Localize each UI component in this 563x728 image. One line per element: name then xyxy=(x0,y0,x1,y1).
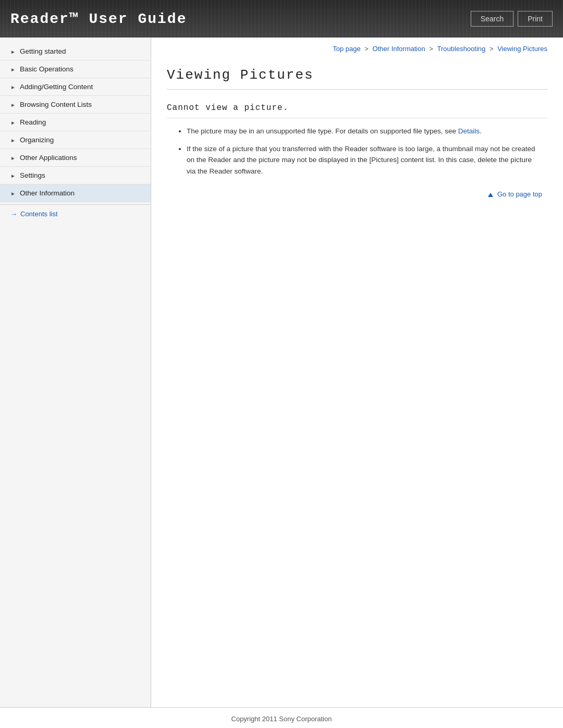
breadcrumb: Top page > Other Information > Troublesh… xyxy=(167,38,547,58)
sidebar: ► Getting started ► Basic Operations ► A… xyxy=(0,38,151,707)
list-item: The picture may be in an unsupported fil… xyxy=(187,126,542,137)
sidebar-item-other-information[interactable]: ► Other Information xyxy=(0,184,151,202)
page-header: Reader™ User Guide Search Print xyxy=(0,0,563,38)
breadcrumb-top-page[interactable]: Top page xyxy=(333,45,361,53)
sidebar-item-getting-started[interactable]: ► Getting started xyxy=(0,43,151,60)
chevron-right-icon: ► xyxy=(10,67,16,72)
main-content: Top page > Other Information > Troublesh… xyxy=(151,38,563,707)
breadcrumb-sep3: > xyxy=(489,45,495,53)
sidebar-item-label: Reading xyxy=(20,118,46,126)
header-buttons: Search Print xyxy=(471,11,553,27)
sidebar-item-label: Organizing xyxy=(20,136,54,144)
sidebar-item-label: Basic Operations xyxy=(20,65,74,73)
search-button[interactable]: Search xyxy=(471,11,513,27)
sidebar-item-label: Adding/Getting Content xyxy=(20,83,93,91)
list-item: If the size of a picture that you transf… xyxy=(187,143,542,177)
chevron-right-icon: ► xyxy=(10,49,16,54)
page-footer: Copyright 2011 Sony Corporation xyxy=(0,707,563,728)
sidebar-item-basic-operations[interactable]: ► Basic Operations xyxy=(0,60,151,78)
chevron-right-icon: ► xyxy=(10,138,16,143)
go-to-top-link[interactable]: Go to page top xyxy=(488,190,542,198)
page-title: Viewing Pictures xyxy=(167,58,547,90)
print-button[interactable]: Print xyxy=(518,11,553,27)
content-body: The picture may be in an unsupported fil… xyxy=(167,126,547,203)
chevron-right-icon: ► xyxy=(10,102,16,107)
content-list: The picture may be in an unsupported fil… xyxy=(172,126,542,177)
sidebar-item-label: Settings xyxy=(20,171,45,179)
bullet-text-1-before: The picture may be in an unsupported fil… xyxy=(187,127,458,135)
breadcrumb-sep2: > xyxy=(429,45,435,53)
sidebar-item-label: Other Information xyxy=(20,189,75,197)
sidebar-item-adding-getting-content[interactable]: ► Adding/Getting Content xyxy=(0,78,151,96)
go-to-top-label: Go to page top xyxy=(497,190,542,198)
breadcrumb-sep1: > xyxy=(364,45,370,53)
details-link[interactable]: Details xyxy=(458,127,480,135)
sidebar-item-settings[interactable]: ► Settings xyxy=(0,167,151,184)
triangle-up-icon xyxy=(488,193,493,197)
bullet-text-2: If the size of a picture that you transf… xyxy=(187,145,535,175)
chevron-right-icon: ► xyxy=(10,173,16,178)
chevron-right-icon: ► xyxy=(10,120,16,125)
breadcrumb-other-information[interactable]: Other Information xyxy=(373,45,425,53)
contents-list-label: Contents list xyxy=(20,210,58,218)
main-layout: ► Getting started ► Basic Operations ► A… xyxy=(0,38,563,707)
breadcrumb-troubleshooting[interactable]: Troubleshooting xyxy=(437,45,486,53)
sidebar-item-organizing[interactable]: ► Organizing xyxy=(0,131,151,149)
go-to-top: Go to page top xyxy=(172,185,542,203)
sidebar-item-label: Other Applications xyxy=(20,154,77,162)
arrow-right-icon: → xyxy=(10,210,17,218)
sidebar-item-browsing-content-lists[interactable]: ► Browsing Content Lists xyxy=(0,96,151,114)
chevron-right-icon: ► xyxy=(10,191,16,196)
chevron-right-icon: ► xyxy=(10,84,16,90)
chevron-right-icon: ► xyxy=(10,155,16,161)
contents-list-link[interactable]: → Contents list xyxy=(0,204,151,223)
section-title: Cannot view a picture. xyxy=(167,97,547,118)
copyright-text: Copyright 2011 Sony Corporation xyxy=(231,715,332,723)
bullet-text-1-after: . xyxy=(480,127,482,135)
site-title: Reader™ User Guide xyxy=(10,11,187,27)
breadcrumb-current: Viewing Pictures xyxy=(497,45,547,53)
sidebar-item-label: Browsing Content Lists xyxy=(20,101,92,108)
sidebar-item-reading[interactable]: ► Reading xyxy=(0,114,151,131)
sidebar-item-label: Getting started xyxy=(20,47,66,55)
sidebar-item-other-applications[interactable]: ► Other Applications xyxy=(0,149,151,167)
